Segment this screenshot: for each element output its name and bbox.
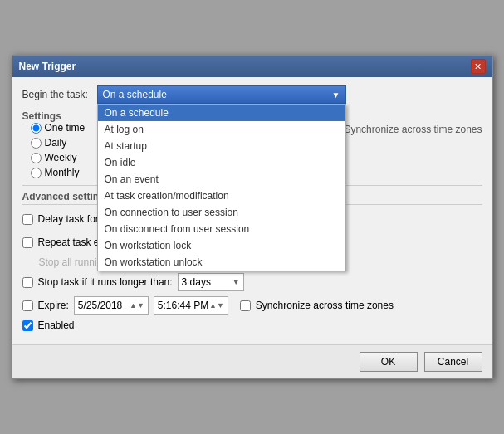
stop-task-row: Stop task if it runs longer than: 3 days… <box>22 273 482 291</box>
expire-date-value: 5/25/2018 <box>78 300 122 311</box>
stop-task-checkbox[interactable] <box>22 277 33 288</box>
dropdown-item-9[interactable]: On workstation unlock <box>98 254 345 271</box>
dropdown-item-4[interactable]: On an event <box>98 171 345 188</box>
dialog-body: Begin the task: On a schedule ▼ On a sch… <box>12 77 492 344</box>
dropdown-item-2[interactable]: At startup <box>98 138 345 154</box>
sync-timezone-checkbox[interactable] <box>240 300 251 311</box>
enabled-checkbox[interactable] <box>22 320 33 331</box>
expire-date-input[interactable]: 5/25/2018 ▲▼ <box>74 296 149 315</box>
ok-button[interactable]: OK <box>360 352 418 372</box>
sync-timezone-label: Synchronize across time zones <box>344 124 482 135</box>
repeat-checkbox[interactable] <box>22 237 33 248</box>
radio-one-time-input[interactable] <box>31 123 42 134</box>
dropdown-item-0[interactable]: On a schedule <box>98 105 345 121</box>
sync-timezone-adv-label: Synchronize across time zones <box>256 300 394 311</box>
radio-daily-label: Daily <box>45 137 67 149</box>
expire-label: Expire: <box>38 300 69 311</box>
radio-daily-input[interactable] <box>31 138 42 149</box>
footer: OK Cancel <box>12 344 492 378</box>
begin-task-dropdown-container: On a schedule ▼ On a schedule At log on … <box>97 85 346 104</box>
begin-task-label: Begin the task: <box>22 89 97 100</box>
dropdown-arrow-icon: ▼ <box>332 90 340 100</box>
dropdown-item-5[interactable]: At task creation/modification <box>98 188 345 204</box>
begin-task-selected: On a schedule <box>103 89 167 100</box>
title-bar: New Trigger ✕ <box>12 56 492 77</box>
enabled-row: Enabled <box>22 319 482 331</box>
dialog-title: New Trigger <box>19 61 76 72</box>
time-spin-icon[interactable]: ▲▼ <box>209 301 224 310</box>
dropdown-item-1[interactable]: At log on <box>98 121 345 138</box>
expire-row: Expire: 5/25/2018 ▲▼ 5:16:44 PM ▲▼ Synch… <box>22 296 482 315</box>
expire-time-input[interactable]: 5:16:44 PM ▲▼ <box>154 296 228 315</box>
enabled-label: Enabled <box>38 319 75 331</box>
radio-monthly-input[interactable] <box>31 168 42 178</box>
dropdown-item-7[interactable]: On disconnect from user session <box>98 221 345 237</box>
dropdown-item-8[interactable]: On workstation lock <box>98 237 345 254</box>
date-spin-icon[interactable]: ▲▼ <box>130 301 144 310</box>
stop-task-dropdown[interactable]: 3 days ▼ <box>178 273 244 291</box>
stop-task-label: Stop task if it runs longer than: <box>38 276 173 288</box>
cancel-button[interactable]: Cancel <box>424 352 482 372</box>
stop-task-dropdown-arrow: ▼ <box>232 278 240 286</box>
expire-time-value: 5:16:44 PM <box>158 300 208 311</box>
dropdown-item-6[interactable]: On connection to user session <box>98 204 345 221</box>
begin-task-dropdown-list: On a schedule At log on At startup On id… <box>97 104 346 271</box>
expire-checkbox[interactable] <box>22 300 33 311</box>
begin-task-row: Begin the task: On a schedule ▼ On a sch… <box>22 85 482 104</box>
stop-task-value: 3 days <box>182 276 211 288</box>
radio-weekly-input[interactable] <box>31 153 42 163</box>
dropdown-item-3[interactable]: On idle <box>98 154 345 171</box>
begin-task-dropdown[interactable]: On a schedule ▼ <box>97 85 346 104</box>
radio-one-time-label: One time <box>45 122 86 134</box>
close-button[interactable]: ✕ <box>471 59 486 74</box>
radio-weekly-label: Weekly <box>45 152 77 163</box>
radio-monthly-label: Monthly <box>45 167 80 178</box>
settings-right: Synchronize across time zones <box>344 122 482 178</box>
delay-checkbox[interactable] <box>22 214 33 225</box>
dialog: New Trigger ✕ Begin the task: On a sched… <box>12 55 493 379</box>
